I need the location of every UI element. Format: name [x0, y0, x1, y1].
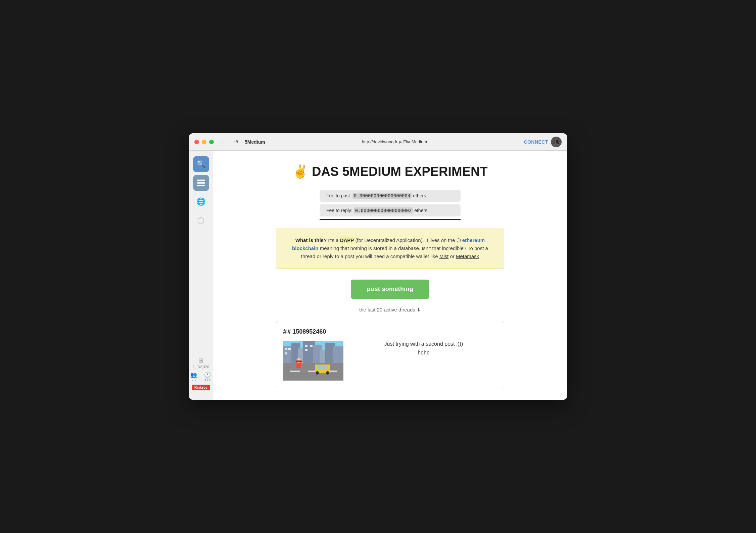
url-bar: http://davidwong.fr ▶ FiveMedium: [265, 139, 524, 144]
fee-reply-box: Fee to reply: 0.000000000000000002 ether…: [320, 204, 461, 216]
svg-point-24: [316, 371, 319, 375]
thread-image-inner: [283, 341, 343, 381]
maximize-button[interactable]: [209, 140, 214, 144]
sidebar-bottom: ⊞ 1,132,326 👥 25 🕐 11s Rinkeby: [189, 357, 213, 394]
svg-rect-13: [288, 348, 291, 350]
svg-rect-17: [305, 349, 308, 351]
thread-header: # # 1508952460: [283, 328, 497, 336]
what-is-this-label: What is this?: [295, 237, 327, 243]
info-text1: It's a: [328, 237, 340, 243]
thread-card: # # 1508952460: [276, 321, 504, 388]
fee-divider: [320, 219, 461, 220]
clock-icon: 🕐: [204, 372, 211, 378]
info-text2: (for Decentralized Application). It live…: [354, 237, 456, 243]
traffic-lights: [194, 140, 214, 144]
fee-reply-unit: ethers: [414, 208, 427, 213]
sidebar-list[interactable]: [193, 175, 209, 191]
refresh-button[interactable]: ↺: [231, 137, 241, 147]
post-something-button[interactable]: post something: [351, 280, 429, 299]
svg-rect-14: [285, 352, 287, 354]
nav-buttons: ← ↺: [219, 137, 241, 147]
layers-icon: ⊞: [193, 357, 209, 364]
url-path: FiveMedium: [403, 139, 427, 144]
sidebar-globe[interactable]: 🌐: [193, 194, 209, 210]
fee-post-value: 0.000000000000000004: [352, 193, 412, 199]
url-prefix: http://: [362, 139, 373, 144]
thread-image: [283, 341, 343, 381]
app-title: 5Medium: [245, 139, 265, 145]
network-badge: Rinkeby: [192, 385, 210, 390]
thread-post-text: Just trying with a second post :))): [350, 341, 497, 347]
fee-post-unit: ethers: [413, 193, 426, 198]
sync-time: 11s: [204, 378, 210, 382]
svg-point-25: [326, 371, 329, 375]
minimize-button[interactable]: [202, 140, 206, 144]
titlebar: ← ↺ 5Medium http://davidwong.fr ▶ FiveMe…: [189, 133, 567, 151]
page-title: ✌️ DAS 5MEDIUM EXPERIMENT: [233, 164, 547, 179]
avatar[interactable]: 🎩: [551, 137, 562, 147]
sync-stat: 🕐 11s: [202, 372, 213, 382]
fee-post-label: Fee to post:: [326, 193, 351, 198]
thread-id: # 1508952460: [287, 328, 326, 335]
svg-rect-16: [310, 345, 313, 347]
svg-rect-15: [305, 345, 308, 347]
svg-rect-2: [197, 185, 205, 186]
main-layout: 🔍 🌐 ⬡ ⊞ 1,132,326 👥 25: [189, 151, 567, 400]
block-count-stat: ⊞ 1,132,326: [193, 357, 209, 369]
svg-rect-23: [317, 365, 328, 370]
info-box: What is this? It's a DAPP (for Decentral…: [276, 228, 504, 269]
peers-count: 25: [192, 378, 196, 382]
fee-post-box: Fee to post: 0.000000000000000004 ethers: [320, 190, 461, 202]
hash-symbol: #: [283, 328, 287, 336]
fee-reply-label: Fee to reply:: [326, 208, 352, 213]
peers-stat: 👥 25: [189, 372, 198, 382]
main-content: ✌️ DAS 5MEDIUM EXPERIMENT Fee to post: 0…: [213, 151, 567, 400]
thread-post-hehe: hehe: [350, 350, 497, 356]
url-domain: davidwong.fr: [373, 139, 397, 144]
sidebar-stats-row: 👥 25 🕐 11s: [189, 372, 213, 382]
connect-button[interactable]: CONNECT: [524, 139, 548, 145]
svg-rect-0: [197, 180, 205, 181]
metamask-link[interactable]: Metamask: [456, 253, 479, 259]
svg-rect-19: [290, 371, 300, 372]
sidebar-ethereum[interactable]: ⬡: [193, 212, 209, 229]
fee-reply-value: 0.000000000000000002: [354, 207, 413, 213]
svg-rect-12: [285, 348, 287, 350]
svg-rect-28: [296, 360, 302, 362]
svg-rect-7: [303, 341, 315, 363]
svg-rect-11: [333, 346, 343, 363]
dapp-highlight: DAPP: [340, 237, 354, 243]
thread-body: Just trying with a second post :))) hehe: [283, 341, 497, 381]
close-button[interactable]: [194, 140, 199, 144]
block-count: 1,132,326: [193, 365, 209, 369]
mist-link[interactable]: Mist: [439, 253, 449, 259]
info-or: or: [448, 253, 456, 259]
back-button[interactable]: ←: [219, 137, 229, 147]
peers-icon: 👥: [190, 372, 197, 378]
sidebar-search[interactable]: 🔍: [193, 156, 209, 172]
browser-window: ← ↺ 5Medium http://davidwong.fr ▶ FiveMe…: [189, 133, 567, 400]
sidebar: 🔍 🌐 ⬡ ⊞ 1,132,326 👥 25: [189, 151, 213, 400]
last-threads-label: the last 20 active threads ⬇: [233, 307, 547, 313]
url-separator: ▶: [399, 139, 402, 144]
thread-text: Just trying with a second post :))) hehe: [350, 341, 497, 358]
svg-rect-1: [197, 182, 205, 184]
